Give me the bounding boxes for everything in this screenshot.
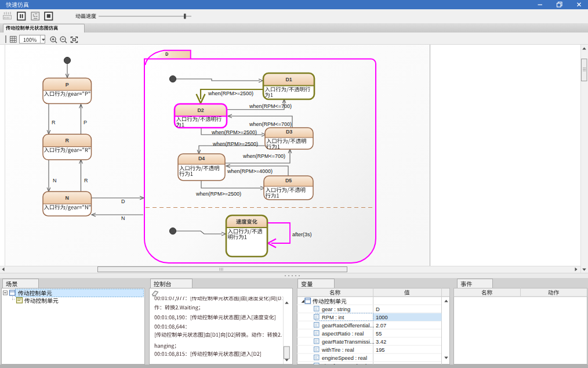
svg-text:aspectRatio : real: aspectRatio : real bbox=[322, 331, 364, 337]
svg-text:55: 55 bbox=[376, 331, 382, 337]
svg-text:195: 195 bbox=[376, 347, 385, 353]
svg-text:when(RPM>=2500): when(RPM>=2500) bbox=[211, 129, 257, 135]
svg-text:D4: D4 bbox=[198, 156, 205, 161]
svg-text:gear : string: gear : string bbox=[322, 306, 350, 312]
svg-text:P: P bbox=[66, 82, 69, 88]
svg-text:D: D bbox=[121, 199, 125, 204]
svg-text:when(RPM>=2500): when(RPM>=2500) bbox=[195, 191, 241, 197]
svg-text:D3: D3 bbox=[286, 129, 292, 135]
svg-text:N: N bbox=[121, 215, 125, 221]
svg-text:D5: D5 bbox=[285, 178, 292, 183]
svg-text:N: N bbox=[66, 195, 69, 201]
svg-text:when(RPM<=700): when(RPM<=700) bbox=[249, 121, 292, 127]
svg-text:when(RPM>=4000): when(RPM>=4000) bbox=[227, 168, 273, 174]
svg-text:when(RPM>=2500): when(RPM>=2500) bbox=[212, 141, 258, 147]
svg-text:D: D bbox=[376, 306, 380, 312]
svg-text:circuferenceWheel :...: circuferenceWheel :... bbox=[322, 363, 374, 365]
svg-text:withTire : real: withTire : real bbox=[321, 347, 354, 353]
svg-text:2.07: 2.07 bbox=[376, 323, 386, 329]
svg-text:gearRateDifferential...: gearRateDifferential... bbox=[322, 323, 374, 329]
svg-text:R: R bbox=[66, 138, 70, 143]
svg-text:D1: D1 bbox=[285, 77, 292, 82]
svg-text:3.42: 3.42 bbox=[376, 339, 386, 345]
svg-text:gearRateTransmissi...: gearRateTransmissi... bbox=[322, 339, 375, 345]
svg-text:after(3s): after(3s) bbox=[292, 232, 312, 237]
svg-text:R: R bbox=[84, 178, 88, 183]
svg-text:when(RPM<=700): when(RPM<=700) bbox=[249, 103, 292, 109]
svg-text:D2: D2 bbox=[197, 107, 204, 113]
svg-text:RPM : int: RPM : int bbox=[322, 315, 344, 320]
svg-text:1000: 1000 bbox=[376, 315, 388, 320]
svg-text:R: R bbox=[52, 120, 56, 125]
svg-text:when(RPM<=700): when(RPM<=700) bbox=[242, 153, 285, 159]
svg-text:engineSpeed : real: engineSpeed : real bbox=[322, 355, 367, 361]
svg-text:P: P bbox=[84, 120, 87, 125]
svg-text:N: N bbox=[53, 178, 57, 183]
svg-text:when(RPM>=2500): when(RPM>=2500) bbox=[208, 91, 253, 96]
